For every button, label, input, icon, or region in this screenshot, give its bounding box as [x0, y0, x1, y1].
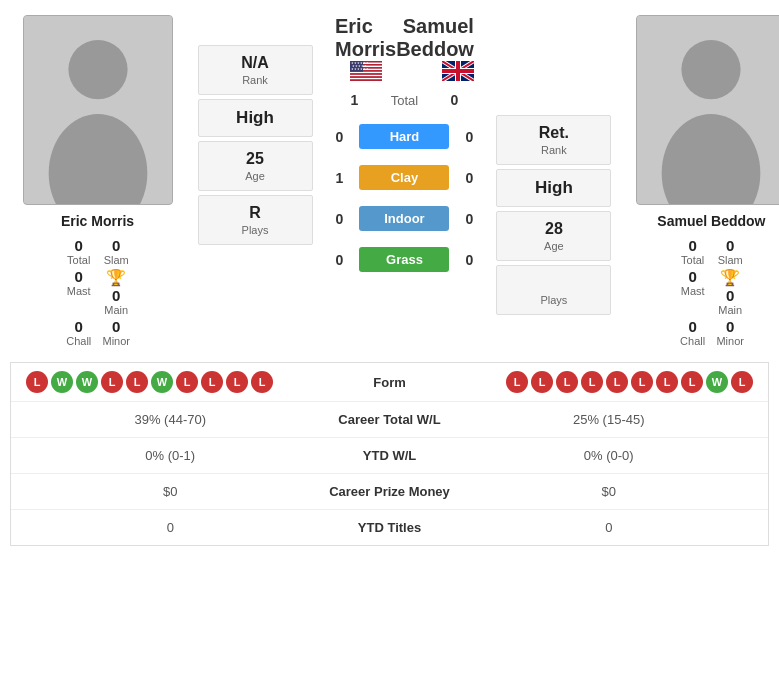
- player2-age-box: 28 Age: [496, 211, 611, 261]
- form-badge: L: [631, 371, 653, 393]
- form-badge: W: [51, 371, 73, 393]
- player2-age-value: 28: [502, 220, 605, 238]
- player2-high-box: High: [496, 169, 611, 207]
- svg-rect-13: [350, 76, 382, 78]
- p1-prize: $0: [26, 484, 315, 499]
- player2-name: Samuel Beddow: [657, 213, 765, 229]
- svg-rect-10: [350, 72, 382, 74]
- player1-mast: 0: [75, 268, 83, 285]
- player1-center-stats: N/A Rank High 25 Age R Plays: [190, 15, 320, 347]
- form-badge: W: [706, 371, 728, 393]
- player1-form: LWWLLWLLLL: [26, 371, 315, 393]
- player1-plays-value: R: [204, 204, 307, 222]
- player2-mast: 0: [688, 268, 696, 285]
- form-badge: L: [731, 371, 753, 393]
- hard-p2: 0: [459, 129, 479, 145]
- middle-section: Eric Morris: [325, 15, 484, 347]
- form-badge: W: [76, 371, 98, 393]
- grass-row: 0 Grass 0: [325, 239, 484, 280]
- grass-p2: 0: [459, 252, 479, 268]
- trophy1-icon: 🏆: [106, 268, 126, 287]
- player1-age-value: 25: [204, 150, 307, 168]
- player1-chall: 0: [75, 318, 83, 335]
- player2-plays-value: [502, 274, 605, 292]
- player2-right-stats: Ret. Rank High 28 Age Plays: [489, 15, 619, 347]
- player2-photo: [636, 15, 779, 205]
- p1-titles: 0: [26, 520, 315, 535]
- player1-rank-box: N/A Rank: [198, 45, 313, 95]
- svg-text:★★★★★★: ★★★★★★: [351, 67, 369, 71]
- svg-rect-15: [350, 79, 382, 81]
- player1-slam: 0: [112, 237, 120, 254]
- total-p2-score: 0: [444, 92, 464, 108]
- clay-p1: 1: [329, 170, 349, 186]
- indoor-row: 0 Indoor 0: [325, 198, 484, 239]
- prize-row: $0 Career Prize Money $0: [11, 474, 768, 510]
- p2-prize: $0: [465, 484, 754, 499]
- player2-name-top: Samuel Beddow: [396, 15, 474, 84]
- form-badge: L: [26, 371, 48, 393]
- svg-rect-14: [350, 78, 382, 80]
- form-label: Form: [315, 375, 465, 390]
- player2-stats: 0 Total 0 Slam 0 Mast 🏆 0 Main 0 Chall 0: [679, 237, 744, 347]
- grass-badge: Grass: [359, 247, 449, 272]
- clay-p2: 0: [459, 170, 479, 186]
- titles-label: YTD Titles: [315, 520, 465, 535]
- player1-photo: [23, 15, 173, 205]
- player1-rank-value: N/A: [204, 54, 307, 72]
- career-total-row: 39% (44-70) Career Total W/L 25% (15-45): [11, 402, 768, 438]
- prize-label: Career Prize Money: [315, 484, 465, 499]
- player1-age-box: 25 Age: [198, 141, 313, 191]
- form-badge: L: [226, 371, 248, 393]
- form-badge: L: [531, 371, 553, 393]
- hard-row: 0 Hard 0: [325, 116, 484, 157]
- indoor-p2: 0: [459, 211, 479, 227]
- ytd-row: 0% (0-1) YTD W/L 0% (0-0): [11, 438, 768, 474]
- clay-badge: Clay: [359, 165, 449, 190]
- svg-rect-12: [350, 75, 382, 77]
- grass-p1: 0: [329, 252, 349, 268]
- surface-rows: 0 Hard 0 1 Clay 0 0 Indoor 0 0 Grass 0: [325, 116, 484, 280]
- player2-card: Samuel Beddow 0 Total 0 Slam 0 Mast 🏆 0 …: [624, 15, 779, 347]
- player2-slam: 0: [726, 237, 734, 254]
- player1-main: 0: [112, 287, 120, 304]
- p1-ytd: 0% (0-1): [26, 448, 315, 463]
- p2-ytd: 0% (0-0): [465, 448, 754, 463]
- form-badge: L: [176, 371, 198, 393]
- svg-rect-11: [350, 73, 382, 75]
- player1-name: Eric Morris: [61, 213, 134, 229]
- player2-high-value: High: [502, 178, 605, 198]
- player1-plays-box: R Plays: [198, 195, 313, 245]
- total-p1-score: 1: [344, 92, 364, 108]
- hard-badge: Hard: [359, 124, 449, 149]
- svg-point-30: [682, 40, 741, 99]
- player2-main: 0: [726, 287, 734, 304]
- player2-plays-box: Plays: [496, 265, 611, 315]
- player1-total: 0: [75, 237, 83, 254]
- ytd-label: YTD W/L: [315, 448, 465, 463]
- form-badge: L: [506, 371, 528, 393]
- form-badge: L: [656, 371, 678, 393]
- svg-point-1: [68, 40, 127, 99]
- career-total-label: Career Total W/L: [315, 412, 465, 427]
- player2-minor: 0: [726, 318, 734, 335]
- total-label: Total: [374, 93, 434, 108]
- form-row: LWWLLWLLLL Form LLLLLLLLWL: [11, 363, 768, 402]
- player2-chall: 0: [688, 318, 696, 335]
- player1-stats: 0 Total 0 Slam 0 Mast 🏆 0 Main 0 Chall 0: [65, 237, 130, 347]
- form-badge: L: [581, 371, 603, 393]
- player1-high-box: High: [198, 99, 313, 137]
- bottom-stats: LWWLLWLLLL Form LLLLLLLLWL 39% (44-70) C…: [10, 362, 769, 546]
- indoor-p1: 0: [329, 211, 349, 227]
- clay-row: 1 Clay 0: [325, 157, 484, 198]
- titles-row: 0 YTD Titles 0: [11, 510, 768, 545]
- player1-high-value: High: [204, 108, 307, 128]
- player1-minor: 0: [112, 318, 120, 335]
- player2-form: LLLLLLLLWL: [465, 371, 754, 393]
- form-badge: L: [681, 371, 703, 393]
- player2-rank-box: Ret. Rank: [496, 115, 611, 165]
- total-row: 1 Total 0: [344, 89, 464, 111]
- form-badge: W: [151, 371, 173, 393]
- form-badge: L: [606, 371, 628, 393]
- player2-total: 0: [688, 237, 696, 254]
